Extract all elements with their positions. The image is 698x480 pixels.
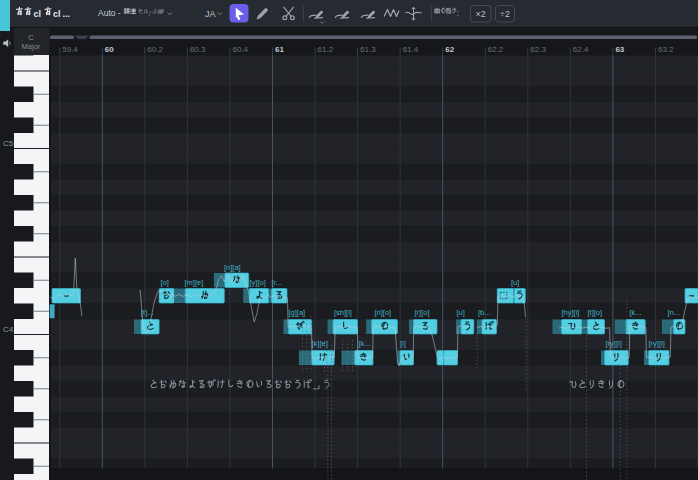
svg-text::: : [457, 8, 459, 18]
svg-text:[n...: [n... [668, 308, 681, 317]
svg-text:Major: Major [22, 42, 41, 51]
svg-text:C5: C5 [3, 139, 14, 148]
svg-text:[y][o]: [y][o] [250, 278, 266, 287]
svg-text:60.2: 60.2 [147, 45, 163, 54]
svg-text:Auto -: Auto - [98, 8, 121, 18]
svg-text:63.2: 63.2 [658, 45, 674, 54]
svg-text:[n][a]: [n][a] [224, 263, 241, 272]
svg-text:60.3: 60.3 [190, 45, 206, 54]
svg-text:[sh][i]: [sh][i] [334, 308, 352, 317]
svg-text:[g][a]: [g][a] [289, 308, 306, 317]
svg-text:[ry][i]: [ry][i] [606, 339, 622, 348]
svg-text:[i]: [i] [400, 339, 406, 348]
svg-text:C: C [28, 33, 34, 42]
svg-text:[u]: [u] [457, 308, 465, 317]
svg-text:62.2: 62.2 [488, 45, 504, 54]
svg-text:[k...: [k... [630, 308, 642, 317]
svg-text:[k][e]: [k][e] [312, 339, 328, 348]
svg-text:JA: JA [205, 9, 216, 19]
svg-text:62: 62 [445, 45, 454, 54]
svg-text:62.3: 62.3 [530, 45, 546, 54]
svg-text:59.4: 59.4 [62, 45, 78, 54]
svg-text:60: 60 [105, 45, 114, 54]
svg-text:[n][o]: [n][o] [375, 308, 392, 317]
svg-text:[u]: [u] [511, 278, 519, 287]
svg-text:[b...: [b... [478, 308, 491, 317]
svg-text:[r][o]: [r][o] [415, 308, 430, 317]
svg-text:63: 63 [615, 45, 624, 54]
svg-text:[r...: [r... [272, 278, 282, 287]
svg-text:61.2: 61.2 [318, 45, 334, 54]
svg-text:[k...: [k... [359, 339, 371, 348]
svg-text:÷2: ÷2 [500, 9, 510, 19]
svg-text:60.4: 60.4 [232, 45, 248, 54]
svg-text:cl: cl [53, 9, 61, 19]
svg-text:[o]: [o] [161, 278, 169, 287]
svg-text:61.3: 61.3 [360, 45, 376, 54]
svg-text:[m][e]: [m][e] [185, 278, 204, 287]
svg-text:[t][o]: [t][o] [588, 308, 603, 317]
svg-text:cl: cl [34, 9, 42, 19]
svg-text:61: 61 [275, 45, 284, 54]
svg-text:...: ... [63, 9, 71, 19]
svg-text:C4: C4 [3, 325, 14, 334]
svg-text:×2: ×2 [476, 9, 486, 19]
svg-text:[hy][i]: [hy][i] [562, 308, 580, 317]
svg-text:[ry][i]: [ry][i] [649, 339, 665, 348]
svg-text:62.4: 62.4 [573, 45, 589, 54]
svg-text:61.4: 61.4 [403, 45, 419, 54]
